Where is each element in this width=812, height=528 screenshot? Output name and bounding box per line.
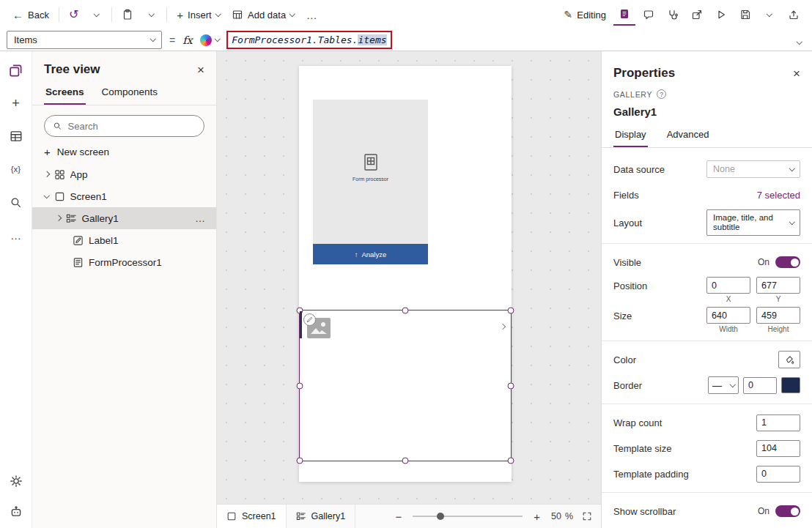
template-padding-input[interactable] xyxy=(756,466,800,483)
zoom-value: 50 xyxy=(551,511,561,521)
form-processor-control[interactable]: Form processor ↑ Analyze xyxy=(313,100,428,264)
new-screen-button[interactable]: + New screen xyxy=(32,139,216,163)
visible-toggle[interactable] xyxy=(775,256,800,268)
editing-mode-button[interactable]: ✎ Editing xyxy=(559,4,611,26)
publish-button[interactable] xyxy=(783,4,805,26)
tree-item-more-button[interactable]: … xyxy=(192,212,209,224)
tab-display[interactable]: Display xyxy=(613,125,648,147)
border-color-swatch[interactable] xyxy=(781,377,800,393)
zoom-slider[interactable] xyxy=(413,516,523,517)
tree-item-formprocessor1[interactable]: FormProcessor1 xyxy=(32,251,216,273)
layout-select[interactable]: Image, title, and subtitle xyxy=(706,209,800,236)
tree-item-label1[interactable]: Label1 xyxy=(32,229,216,251)
chevron-right-icon[interactable] xyxy=(56,215,62,221)
save-options-chevron[interactable] xyxy=(759,4,780,26)
properties-title: Properties xyxy=(613,66,675,81)
section-divider xyxy=(602,492,812,493)
insert-button[interactable]: + Insert xyxy=(171,4,225,26)
canvas-workspace[interactable]: Form processor ↑ Analyze xyxy=(217,51,601,528)
rail-insert-button[interactable]: + xyxy=(8,96,24,111)
add-data-label: Add data xyxy=(248,10,286,21)
template-size-input[interactable] xyxy=(756,440,800,457)
template-size-row: Template size xyxy=(613,437,800,459)
rail-settings-button[interactable] xyxy=(8,474,24,488)
properties-close-button[interactable]: × xyxy=(793,67,800,80)
preview-button[interactable] xyxy=(710,4,732,26)
top-toolbar: ← Back ↺ + Insert Add data … xyxy=(0,0,812,29)
undo-button[interactable]: ↺ xyxy=(64,4,84,26)
paste-button[interactable] xyxy=(117,4,139,26)
color-picker-button[interactable] xyxy=(778,351,800,368)
tree-item-gallery1[interactable]: Gallery1 … xyxy=(32,207,216,229)
resize-handle-ne[interactable] xyxy=(508,308,514,314)
footer-tab-gallery1[interactable]: Gallery1 xyxy=(287,505,356,528)
show-scrollbar-toggle[interactable] xyxy=(775,505,800,517)
data-source-select[interactable]: None xyxy=(706,160,800,178)
app-checker-button[interactable] xyxy=(662,4,684,26)
analyze-button[interactable]: ↑ Analyze xyxy=(313,244,428,264)
paste-options-chevron[interactable] xyxy=(140,4,162,26)
formula-bar-expand-button[interactable] xyxy=(793,34,806,45)
position-y-input[interactable] xyxy=(756,277,800,294)
comments-button[interactable] xyxy=(638,4,660,26)
fit-to-screen-icon[interactable] xyxy=(582,511,592,521)
properties-panel: Properties × GALLERY ? Gallery1 Display … xyxy=(601,51,812,528)
resize-handle-sw[interactable] xyxy=(297,458,303,464)
tree-search-input[interactable] xyxy=(68,121,196,132)
save-button[interactable] xyxy=(734,4,756,26)
property-selector[interactable]: Items xyxy=(7,31,162,49)
resize-handle-e[interactable] xyxy=(508,382,514,389)
resize-handle-s[interactable] xyxy=(402,458,409,464)
rail-variables-button[interactable]: {x} xyxy=(8,162,24,176)
resize-handle-se[interactable] xyxy=(508,458,514,464)
share-button[interactable] xyxy=(686,4,708,26)
gallery-control-selected[interactable] xyxy=(299,310,512,461)
resize-handle-w[interactable] xyxy=(297,382,303,389)
plus-icon: + xyxy=(44,146,51,158)
zoom-out-button[interactable]: − xyxy=(393,510,404,523)
rail-more-button[interactable]: … xyxy=(8,228,24,242)
gallery-next-arrow-icon[interactable] xyxy=(500,324,506,330)
footer-tab-screen1[interactable]: Screen1 xyxy=(217,505,287,528)
formula-input[interactable]: FormProcessor1.Tables.items xyxy=(232,34,386,45)
tree-view-close-button[interactable]: × xyxy=(197,64,204,76)
border-style-select[interactable]: — xyxy=(708,376,739,394)
position-x-input[interactable] xyxy=(706,277,750,294)
more-commands-button[interactable]: … xyxy=(301,4,322,26)
tab-components[interactable]: Components xyxy=(100,83,160,105)
add-data-button[interactable]: Add data xyxy=(226,4,300,26)
rail-bot-button[interactable] xyxy=(8,505,24,519)
pencil-icon: ✎ xyxy=(564,10,573,20)
back-button[interactable]: ← Back xyxy=(7,4,54,26)
copilot-button[interactable] xyxy=(200,34,220,46)
resize-handle-n[interactable] xyxy=(402,308,409,314)
fields-edit-link[interactable]: 7 selected xyxy=(757,190,800,201)
tab-advanced[interactable]: Advanced xyxy=(665,125,711,147)
zoom-slider-knob[interactable] xyxy=(437,513,444,520)
wrap-count-row: Wrap count xyxy=(613,412,800,434)
template-padding-label: Template padding xyxy=(613,469,689,480)
zoom-in-button[interactable]: + xyxy=(531,510,542,523)
layout-value: Image, title, and subtitle xyxy=(713,213,787,232)
chevron-down-icon[interactable] xyxy=(44,193,50,198)
undo-options-chevron[interactable] xyxy=(85,4,107,26)
tree-item-screen1[interactable]: Screen1 xyxy=(32,185,216,207)
rail-tree-view-button[interactable] xyxy=(8,63,24,78)
visible-label: Visible xyxy=(613,257,641,268)
size-width-input[interactable] xyxy=(706,307,750,324)
gallery-edit-button[interactable] xyxy=(303,313,316,326)
tree-item-app[interactable]: App xyxy=(32,163,216,185)
rail-search-button[interactable] xyxy=(8,195,24,209)
app-notebook-button[interactable] xyxy=(613,4,635,26)
new-screen-label: New screen xyxy=(57,146,109,157)
chevron-right-icon[interactable] xyxy=(44,171,50,177)
rail-data-button[interactable] xyxy=(8,129,24,144)
left-rail: + {x} … xyxy=(0,51,32,528)
wrap-count-input[interactable] xyxy=(756,414,800,431)
search-icon xyxy=(53,121,62,131)
border-width-input[interactable] xyxy=(743,377,777,394)
help-icon[interactable]: ? xyxy=(657,89,666,99)
formula-highlight-box: FormProcessor1.Tables.items xyxy=(226,31,391,49)
tab-screens[interactable]: Screens xyxy=(44,83,86,105)
size-height-input[interactable] xyxy=(756,307,800,324)
